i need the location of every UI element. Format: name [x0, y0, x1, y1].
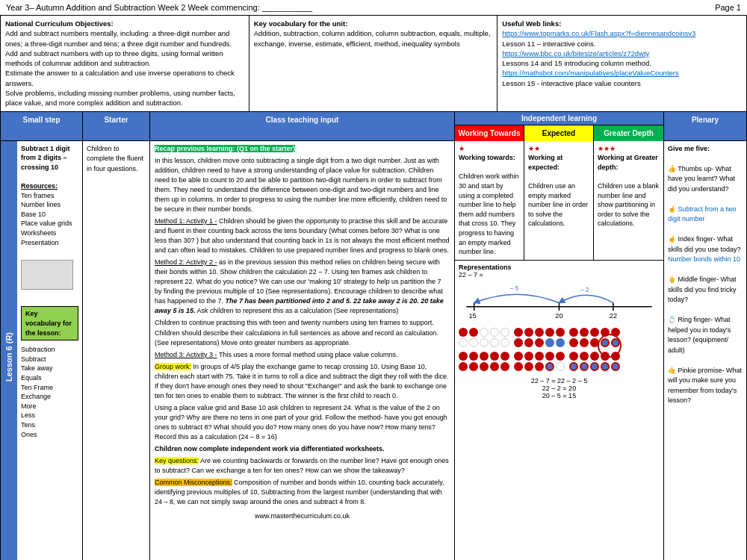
ten-frame-6 [569, 352, 620, 371]
ten-frame-2 [514, 328, 565, 347]
nc-line2: Add and subtract numbers with up to thre… [5, 49, 244, 69]
ul-link3[interactable]: https://mathsbot.com/manipulatives/place… [502, 68, 742, 78]
ul-link2[interactable]: https://www.bbc.co.uk/bitesize/articles/… [502, 49, 742, 58]
calc-display: 22 – 7 = [459, 271, 660, 279]
header-starter: Starter [83, 112, 150, 141]
wt-title: Working towards: [459, 153, 520, 163]
group-work: Group work: In groups of 4/5 play the ex… [155, 362, 450, 401]
header-plenary: Plenary [664, 112, 746, 141]
method1: Method 1: Activity 1 - Children should b… [155, 217, 450, 255]
vocab-equals: Equals [21, 373, 78, 383]
nc-line4: Solve problems, including missing number… [5, 88, 244, 108]
vocab-ones: Ones [21, 430, 78, 440]
place-value-q: Using a place value grid and Base 10 ask… [155, 403, 450, 442]
vocab-takeaway: Take away [21, 364, 78, 373]
calc-result-2: 22 – 2 = 20 [459, 385, 660, 392]
ul-title: Useful Web links: [502, 19, 742, 28]
resource-worksheets: Worksheets [21, 228, 78, 238]
wt-stars: ★ [459, 144, 520, 154]
key-vocab-cell: Key vocabulary for the unit: Addition, s… [249, 16, 498, 111]
recap-label: Recap previous learning: (Q1 on the star… [155, 145, 295, 152]
plenary-item-4: 💍 Ring finger- What helped you in today'… [668, 315, 743, 355]
header-class-teaching: Class teaching input [150, 112, 455, 141]
ul-link1-desc: Lesson 11 – interactive coins. [502, 39, 742, 49]
vocab-subtraction: Subtraction [21, 345, 78, 355]
resource-number-lines: Number lines [21, 200, 78, 210]
vocab-box: Key vocabulary for the lesson: [21, 306, 78, 340]
ul-link3-desc: Lesson 15 - interactive place value coun… [502, 78, 742, 88]
resources-title: Resources: [21, 181, 78, 191]
representations-title: Representations [459, 264, 660, 271]
resource-presentation: Presentation [21, 238, 78, 248]
image-placeholder [21, 260, 73, 290]
ten-frame-4 [459, 352, 509, 371]
ten-frame-5 [514, 352, 565, 371]
lesson-label: Lesson 6 (R) [1, 141, 17, 560]
small-step-content: Subtract 1 digit from 2 digits – crossin… [17, 141, 82, 560]
header-small-step: Small step [1, 112, 83, 141]
expected-cell: ★★ Working at expected: Children use an … [524, 141, 594, 260]
class-teaching-column: Recap previous learning: (Q1 on the star… [150, 141, 455, 560]
useful-links-cell: Useful Web links: https://www.topmarks.c… [498, 16, 746, 111]
svg-text:22: 22 [610, 312, 617, 320]
plenary-column: Give me five: 👍 Thumbs up- What have you… [664, 141, 746, 560]
method3: Method 3: Activity 3 - This uses a more … [155, 350, 450, 360]
svg-text:20: 20 [555, 312, 562, 320]
misconceptions: Common Misconceptions: Composition of nu… [155, 478, 450, 507]
small-step-title: Subtract 1 digit from 2 digits – crossin… [21, 144, 78, 172]
plenary-item-3: 🖕 Middle finger- What skills did you fin… [668, 275, 743, 305]
header-expected: Expected [524, 125, 594, 141]
footer-url: www.masterthecurriculum.co.uk [155, 511, 450, 521]
vocab-tenframe: Ten Frame [21, 383, 78, 393]
ind-content-grid: ★ Working towards: Children work within … [455, 141, 663, 260]
svg-text:– 5: – 5 [510, 285, 519, 292]
dot-grids-row2 [459, 352, 660, 371]
exp-body: Children use an empty marked number line… [528, 181, 589, 228]
kv-title: Key vocabulary for the unit: [254, 19, 493, 28]
nc-title: National Curriculum Objectives: [5, 19, 244, 28]
independent-column: ★ Working towards: Children work within … [455, 141, 664, 560]
page-title: Year 3– Autumn Addition and Subtraction … [6, 3, 312, 12]
plenary-item-2b: ☝️ Index finger- What skills did you use… [668, 234, 743, 265]
vocab-more: More [21, 402, 78, 411]
plenary-item-2a: ☝️ Subtract from a two digit number [668, 205, 743, 225]
key-questions: Key questions: Are we counting backwards… [155, 456, 450, 476]
representations-section: Representations 22 – 7 = 15 20 22 [455, 260, 663, 402]
method2: Method 2: Activity 2 - as in the previou… [155, 258, 450, 316]
page-number: Page 1 [715, 3, 741, 12]
vocab-tens: Tens [21, 420, 78, 430]
vocab-exchange: Exchange [21, 392, 78, 402]
top-info: National Curriculum Objectives: Add and … [0, 16, 747, 112]
working-towards-cell: ★ Working towards: Children work within … [455, 141, 524, 260]
resource-ten-frames: Ten frames [21, 191, 78, 201]
page-header: Year 3– Autumn Addition and Subtraction … [0, 0, 747, 16]
vocab-less: Less [21, 411, 78, 420]
nc-line3: Estimate the answer to a calculation and… [5, 68, 244, 88]
gd-body: Children use a blank number line and sho… [598, 181, 660, 228]
dot-grids [459, 328, 660, 347]
kv-text: Addition, subtraction, column addition, … [254, 28, 493, 49]
main-body: Lesson 6 (R) Subtract 1 digit from 2 dig… [0, 141, 747, 560]
resource-pvgrids: Place value grids [21, 219, 78, 228]
calc-result-3: 20 – 5 = 15 [459, 392, 660, 399]
plenary-item-5: 🤙 Pinkie promise- What will you make sur… [668, 366, 743, 406]
nc-line1: Add and subtract numbers mentally, inclu… [5, 28, 244, 49]
header-greater-depth: Greater Depth [594, 125, 663, 141]
calc-results: 22 – 7 = 22 – 2 – 5 22 – 2 = 20 20 – 5 =… [459, 377, 660, 399]
svg-text:15: 15 [468, 312, 476, 320]
gd-title: Working at Greater depth: [598, 153, 660, 172]
calc-result-1: 22 – 7 = 22 – 2 – 5 [459, 377, 660, 385]
exp-title: Working at expected: [528, 153, 589, 172]
ul-link2-desc: Lessons 14 and 15 introducing column met… [502, 58, 742, 68]
resource-base10: Base 10 [21, 210, 78, 220]
plenary-intro: Give me five: [668, 144, 743, 155]
exp-stars: ★★ [528, 144, 589, 154]
ul-link1[interactable]: https://www.topmarks.co.uk/Flash.aspx?f=… [502, 28, 742, 38]
number-line-svg: 15 20 22 – 2 – 5 [459, 279, 660, 323]
vocab-subtract: Subtract [21, 355, 78, 364]
starter-column: Children to complete the fluent in four … [83, 141, 150, 560]
ten-frame-1 [459, 328, 509, 347]
national-curriculum-cell: National Curriculum Objectives: Add and … [1, 16, 249, 111]
ten-frame-3 [569, 328, 620, 347]
greater-depth-cell: ★★★ Working at Greater depth: Children u… [594, 141, 663, 260]
